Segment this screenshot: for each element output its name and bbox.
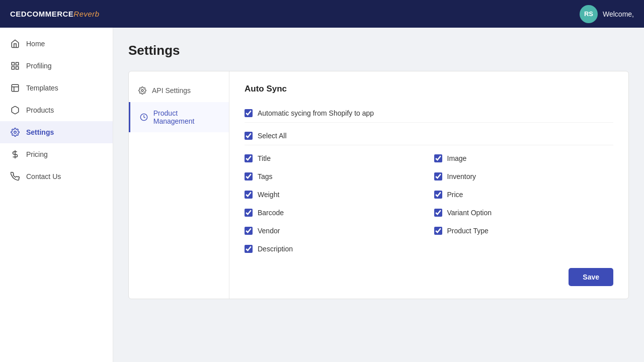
header: CEDCOMMERCEReverb RS Welcome, bbox=[0, 0, 644, 28]
sidebar-item-settings[interactable]: Settings bbox=[0, 121, 113, 143]
field-inventory: Inventory bbox=[434, 167, 614, 186]
svg-point-5 bbox=[14, 131, 17, 134]
sidebar-item-home[interactable]: Home bbox=[0, 33, 113, 55]
settings-nav-api[interactable]: API Settings bbox=[129, 79, 229, 102]
sidebar-item-profiling[interactable]: Profiling bbox=[0, 55, 113, 77]
field-variant-option: Variant Option bbox=[434, 204, 614, 222]
sidebar-item-profiling-label: Profiling bbox=[26, 62, 52, 70]
sidebar-item-contact-us-label: Contact Us bbox=[26, 172, 61, 180]
settings-nav-product-mgmt[interactable]: Product Management bbox=[129, 102, 229, 132]
svg-rect-2 bbox=[12, 67, 14, 69]
settings-nav-api-label: API Settings bbox=[152, 86, 191, 95]
sidebar-item-contact-us[interactable]: Contact Us bbox=[0, 165, 113, 188]
page-title: Settings bbox=[128, 43, 629, 58]
field-barcode: Barcode bbox=[245, 204, 424, 222]
title-label: Title bbox=[258, 154, 271, 162]
products-icon bbox=[10, 105, 20, 115]
variant-option-label: Variant Option bbox=[447, 209, 492, 217]
logo-text: CEDCOMMERCEReverb bbox=[10, 10, 100, 18]
weight-checkbox[interactable] bbox=[245, 191, 253, 199]
image-label: Image bbox=[447, 154, 467, 162]
inventory-label: Inventory bbox=[447, 172, 476, 180]
gear-icon bbox=[138, 86, 147, 95]
vendor-checkbox[interactable] bbox=[245, 227, 253, 235]
checkbox-group: Automatic sycing from Shopify to app Sel… bbox=[245, 104, 613, 258]
fields-col1: Title Tags Weight bbox=[245, 149, 424, 258]
field-vendor: Vendor bbox=[245, 222, 424, 240]
price-label: Price bbox=[447, 191, 463, 199]
auto-sync-title: Auto Sync bbox=[245, 84, 613, 94]
automatic-sync-row: Automatic sycing from Shopify to app bbox=[245, 104, 613, 123]
settings-icon bbox=[10, 127, 20, 137]
field-price: Price bbox=[434, 186, 614, 204]
sidebar-item-templates[interactable]: Templates bbox=[0, 77, 113, 99]
description-checkbox[interactable] bbox=[245, 245, 253, 253]
header-right: RS Welcome, bbox=[580, 5, 634, 23]
home-icon bbox=[10, 39, 20, 49]
logo: CEDCOMMERCEReverb bbox=[10, 10, 100, 18]
title-checkbox[interactable] bbox=[245, 154, 253, 162]
svg-rect-4 bbox=[12, 84, 19, 92]
field-product-type: Product Type bbox=[434, 222, 614, 240]
avatar: RS bbox=[580, 5, 598, 23]
product-type-checkbox[interactable] bbox=[434, 227, 442, 235]
templates-icon bbox=[10, 83, 20, 93]
field-image: Image bbox=[434, 149, 614, 167]
settings-nav: API Settings Product Management bbox=[129, 71, 229, 299]
tags-label: Tags bbox=[258, 172, 273, 180]
pricing-icon bbox=[10, 149, 20, 159]
product-type-label: Product Type bbox=[447, 227, 489, 235]
settings-content: Auto Sync Automatic sycing from Shopify … bbox=[229, 71, 628, 299]
svg-point-7 bbox=[141, 89, 143, 92]
sidebar: Home Profiling Templates Products Settin bbox=[0, 28, 113, 362]
clock-icon bbox=[139, 113, 148, 122]
sidebar-item-home-label: Home bbox=[26, 40, 45, 48]
barcode-checkbox[interactable] bbox=[245, 209, 253, 217]
fields-col2: Image Inventory Price bbox=[434, 149, 614, 258]
inventory-checkbox[interactable] bbox=[434, 172, 442, 180]
fields-grid: Title Tags Weight bbox=[245, 149, 613, 258]
description-label: Description bbox=[258, 245, 293, 253]
price-checkbox[interactable] bbox=[434, 191, 442, 199]
save-btn-row: Save bbox=[245, 268, 613, 286]
save-button[interactable]: Save bbox=[569, 268, 613, 286]
main-content: Settings API Settings Product Management bbox=[113, 28, 644, 362]
svg-rect-0 bbox=[12, 62, 14, 65]
profiling-icon bbox=[10, 61, 20, 71]
image-checkbox[interactable] bbox=[434, 154, 442, 162]
vendor-label: Vendor bbox=[258, 227, 280, 235]
layout: Home Profiling Templates Products Settin bbox=[0, 28, 644, 362]
tags-checkbox[interactable] bbox=[245, 172, 253, 180]
svg-rect-1 bbox=[16, 62, 19, 65]
weight-label: Weight bbox=[258, 191, 279, 199]
sidebar-item-products-label: Products bbox=[26, 106, 54, 114]
field-title: Title bbox=[245, 149, 424, 167]
barcode-label: Barcode bbox=[258, 209, 284, 217]
sidebar-item-templates-label: Templates bbox=[26, 84, 58, 92]
select-all-checkbox[interactable] bbox=[245, 132, 253, 140]
contact-icon bbox=[10, 171, 20, 182]
field-description: Description bbox=[245, 240, 424, 258]
automatic-sync-checkbox[interactable] bbox=[245, 109, 253, 117]
sidebar-item-pricing[interactable]: Pricing bbox=[0, 143, 113, 165]
field-tags: Tags bbox=[245, 167, 424, 186]
sidebar-item-pricing-label: Pricing bbox=[26, 150, 48, 158]
svg-rect-3 bbox=[16, 67, 19, 69]
welcome-text: Welcome, bbox=[603, 10, 634, 18]
select-all-label: Select All bbox=[258, 132, 287, 140]
field-weight: Weight bbox=[245, 186, 424, 204]
variant-option-checkbox[interactable] bbox=[434, 209, 442, 217]
automatic-sync-label: Automatic sycing from Shopify to app bbox=[258, 109, 374, 117]
select-all-row: Select All bbox=[245, 127, 613, 145]
sidebar-item-settings-label: Settings bbox=[26, 128, 54, 136]
settings-card: API Settings Product Management Auto Syn… bbox=[128, 71, 629, 299]
sidebar-item-products[interactable]: Products bbox=[0, 99, 113, 121]
settings-nav-product-mgmt-label: Product Management bbox=[153, 109, 220, 125]
